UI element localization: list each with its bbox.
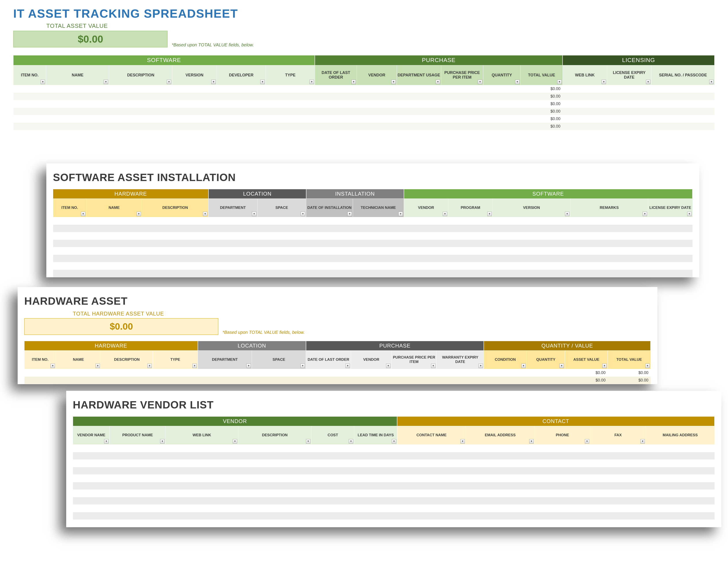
filter-dropdown-icon[interactable]: ▾ <box>160 439 165 444</box>
col-mailing-address[interactable]: MAILING ADDRESS <box>646 426 715 445</box>
cell[interactable] <box>142 232 208 239</box>
cell[interactable] <box>448 262 493 269</box>
cell[interactable] <box>404 224 448 232</box>
cell[interactable] <box>392 369 437 377</box>
col-vendor[interactable]: VENDOR▾ <box>351 351 392 369</box>
table-row[interactable]: $0.00$0.00 <box>24 377 651 384</box>
col-department[interactable]: DEPARTMENT▾ <box>198 351 252 369</box>
cell[interactable] <box>238 520 311 527</box>
cell[interactable] <box>86 239 142 247</box>
cell[interactable] <box>13 85 46 92</box>
table-row[interactable] <box>73 497 715 505</box>
cell[interactable] <box>53 239 86 247</box>
cell[interactable] <box>306 269 353 277</box>
cell[interactable] <box>354 460 397 467</box>
cell[interactable] <box>73 475 110 482</box>
cell[interactable] <box>441 85 483 92</box>
cell[interactable] <box>257 247 306 254</box>
cell[interactable]: $0.00 <box>521 115 563 122</box>
table-row[interactable] <box>73 512 715 520</box>
cell[interactable] <box>109 92 172 100</box>
table-row[interactable]: $0.00 <box>13 85 715 92</box>
cell[interactable] <box>535 467 590 475</box>
cell[interactable] <box>397 460 466 467</box>
cell[interactable] <box>651 107 715 115</box>
cell[interactable] <box>448 247 493 254</box>
cell[interactable] <box>466 445 535 452</box>
hardware-vendor-table[interactable]: VENDOR CONTACT VENDOR NAME▾ PRODUCT NAME… <box>73 417 715 527</box>
cell[interactable] <box>590 505 646 512</box>
cell[interactable] <box>648 254 692 262</box>
cell[interactable] <box>404 262 448 269</box>
cell[interactable] <box>357 115 397 122</box>
cell[interactable] <box>56 377 101 384</box>
cell[interactable] <box>257 217 306 224</box>
cell[interactable] <box>651 115 715 122</box>
cell[interactable] <box>101 377 153 384</box>
table-row[interactable] <box>73 520 715 527</box>
cell[interactable] <box>24 377 56 384</box>
cell[interactable] <box>238 497 311 505</box>
cell[interactable] <box>448 217 493 224</box>
filter-dropdown-icon[interactable]: ▾ <box>515 80 520 84</box>
cell[interactable] <box>354 512 397 520</box>
cell[interactable] <box>646 520 715 527</box>
cell[interactable] <box>570 269 648 277</box>
table-row[interactable] <box>53 224 693 232</box>
cell[interactable] <box>590 475 646 482</box>
cell[interactable] <box>607 122 651 130</box>
filter-dropdown-icon[interactable]: ▾ <box>147 364 152 368</box>
filter-dropdown-icon[interactable]: ▾ <box>246 364 251 368</box>
cell[interactable] <box>607 100 651 107</box>
filter-dropdown-icon[interactable]: ▾ <box>233 439 237 444</box>
col-warranty-expiry[interactable]: WARRANTY EXPIRY DATE▾ <box>437 351 484 369</box>
cell[interactable] <box>238 445 311 452</box>
cell[interactable] <box>646 497 715 505</box>
cell[interactable] <box>357 85 397 92</box>
cell[interactable] <box>466 505 535 512</box>
cell[interactable] <box>166 467 238 475</box>
filter-dropdown-icon[interactable]: ▾ <box>252 212 256 216</box>
col-vendor[interactable]: VENDOR▾ <box>357 65 397 85</box>
table-row[interactable] <box>73 505 715 512</box>
table-row[interactable] <box>73 452 715 460</box>
cell[interactable] <box>208 254 257 262</box>
filter-dropdown-icon[interactable]: ▾ <box>392 439 396 444</box>
cell[interactable] <box>570 217 648 224</box>
cell[interactable] <box>110 475 166 482</box>
col-price-per-item[interactable]: PURCHASE PRICE PER ITEM▾ <box>441 65 483 85</box>
cell[interactable] <box>266 85 315 92</box>
cell[interactable] <box>86 217 142 224</box>
col-web-link[interactable]: WEB LINK▾ <box>166 426 238 445</box>
cell[interactable] <box>351 377 392 384</box>
cell[interactable] <box>563 100 607 107</box>
cell[interactable] <box>590 460 646 467</box>
cell[interactable] <box>266 115 315 122</box>
cell[interactable] <box>73 482 110 490</box>
cell[interactable] <box>315 100 357 107</box>
cell[interactable] <box>397 520 466 527</box>
filter-dropdown-icon[interactable]: ▾ <box>391 80 396 84</box>
cell[interactable] <box>311 505 354 512</box>
filter-dropdown-icon[interactable]: ▾ <box>687 212 692 216</box>
cell[interactable] <box>527 369 565 377</box>
cell[interactable] <box>590 467 646 475</box>
cell[interactable] <box>172 122 217 130</box>
cell[interactable] <box>535 482 590 490</box>
filter-dropdown-icon[interactable]: ▾ <box>478 80 482 84</box>
cell[interactable] <box>397 475 466 482</box>
cell[interactable] <box>238 467 311 475</box>
cell[interactable] <box>153 377 198 384</box>
cell[interactable] <box>306 369 351 377</box>
cell[interactable] <box>590 497 646 505</box>
cell[interactable] <box>535 452 590 460</box>
filter-dropdown-icon[interactable]: ▾ <box>557 80 562 84</box>
cell[interactable] <box>466 520 535 527</box>
cell[interactable] <box>493 217 570 224</box>
cell[interactable] <box>448 254 493 262</box>
cell[interactable] <box>483 107 521 115</box>
cell[interactable] <box>208 239 257 247</box>
cell[interactable] <box>142 239 208 247</box>
cell[interactable] <box>441 122 483 130</box>
cell[interactable] <box>466 452 535 460</box>
